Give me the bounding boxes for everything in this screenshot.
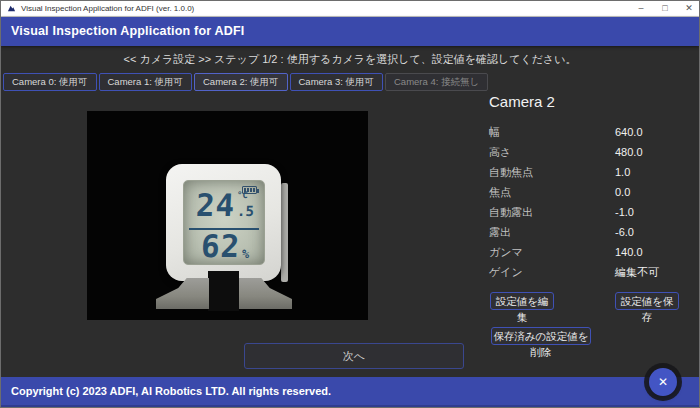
edit-settings-button[interactable]: 設定値を編集 <box>490 292 554 310</box>
temperature-unit: °C <box>236 190 247 200</box>
device-back-panel <box>281 183 288 282</box>
next-button[interactable]: 次へ <box>244 343 464 369</box>
delete-settings-button[interactable]: 保存済みの設定値を削除 <box>491 327 591 345</box>
setting-row-height: 高さ 480.0 <box>489 142 685 162</box>
device-stand-post <box>208 271 239 311</box>
app-header-title: Visual Inspection Application for ADFI <box>1 17 699 46</box>
panel-title: Camera 2 <box>489 93 685 110</box>
setting-value: 640.0 <box>615 126 643 138</box>
setting-label: ガンマ <box>489 245 615 260</box>
tab-camera-2[interactable]: Camera 2: 使用可 <box>194 73 288 91</box>
setting-label: 高さ <box>489 145 615 160</box>
humidity-unit: % <box>242 247 250 261</box>
tab-camera-3[interactable]: Camera 3: 使用可 <box>290 73 384 91</box>
setting-row-autofocus: 自動焦点 1.0 <box>489 162 685 182</box>
temperature-reading: 24 °C .5 <box>190 190 260 220</box>
tab-camera-4: Camera 4: 接続無し <box>385 73 488 91</box>
setting-value: 480.0 <box>615 146 643 158</box>
copyright-text: Copyright (c) 2023 ADFI, AI Robotics LTD… <box>1 377 699 397</box>
titlebar: Visual Inspection Application for ADFI (… <box>1 1 699 17</box>
setting-value: 0.0 <box>615 186 630 198</box>
app-logo-icon <box>7 4 16 13</box>
camera-settings-panel: Camera 2 幅 640.0 高さ 480.0 自動焦点 1.0 焦点 0.… <box>489 93 685 282</box>
tab-camera-1[interactable]: Camera 1: 使用可 <box>99 73 193 91</box>
device-stand-right-foot <box>239 278 292 309</box>
save-settings-button[interactable]: 設定値を保存 <box>615 292 679 310</box>
footer: Copyright (c) 2023 ADFI, AI Robotics LTD… <box>1 377 699 408</box>
minimize-button[interactable]: – <box>635 1 647 16</box>
lcd-display: 24 °C .5 62 % <box>183 180 265 265</box>
close-button[interactable]: ✕ <box>683 1 695 16</box>
setting-value: -1.0 <box>615 206 634 218</box>
setting-row-focus: 焦点 0.0 <box>489 182 685 202</box>
maximize-button[interactable]: □ <box>659 1 671 16</box>
app-window: Visual Inspection Application for ADFI (… <box>0 0 700 408</box>
setting-value: 140.0 <box>615 246 643 258</box>
window-title: Visual Inspection Application for ADFI (… <box>21 4 194 13</box>
setting-value: 1.0 <box>615 166 630 178</box>
setting-label: 幅 <box>489 125 615 140</box>
setting-row-exposure: 露出 -6.0 <box>489 222 685 242</box>
setting-label: 焦点 <box>489 185 615 200</box>
temperature-value: 24 <box>196 190 237 220</box>
camera-preview: 24 °C .5 62 % <box>87 111 368 320</box>
tab-camera-0[interactable]: Camera 0: 使用可 <box>3 73 97 91</box>
setting-label: 露出 <box>489 225 615 240</box>
setting-value: 編集不可 <box>615 265 659 280</box>
device-stand-left-foot <box>156 278 209 309</box>
app-header: Visual Inspection Application for ADFI <box>1 17 699 46</box>
window-controls: – □ ✕ <box>635 1 695 16</box>
setting-row-autoexposure: 自動露出 -1.0 <box>489 202 685 222</box>
setting-row-gamma: ガンマ 140.0 <box>489 242 685 262</box>
setting-value: -6.0 <box>615 226 634 238</box>
setting-row-width: 幅 640.0 <box>489 122 685 142</box>
thermometer-device: 24 °C .5 62 % <box>166 164 281 281</box>
step-instruction: << カメラ設定 >> ステップ 1/2 : 使用するカメラを選択して、設定値を… <box>1 52 699 67</box>
setting-label: 自動焦点 <box>489 165 615 180</box>
camera-tab-bar: Camera 0: 使用可 Camera 1: 使用可 Camera 2: 使用… <box>3 73 488 91</box>
close-app-fab[interactable]: ✕ <box>649 368 677 396</box>
setting-label: 自動露出 <box>489 205 615 220</box>
temperature-decimal: .5 <box>236 203 254 219</box>
setting-label: ゲイン <box>489 265 615 280</box>
setting-row-gain: ゲイン 編集不可 <box>489 262 685 282</box>
humidity-reading: 62 % <box>190 232 260 261</box>
humidity-value: 62 <box>200 232 241 261</box>
